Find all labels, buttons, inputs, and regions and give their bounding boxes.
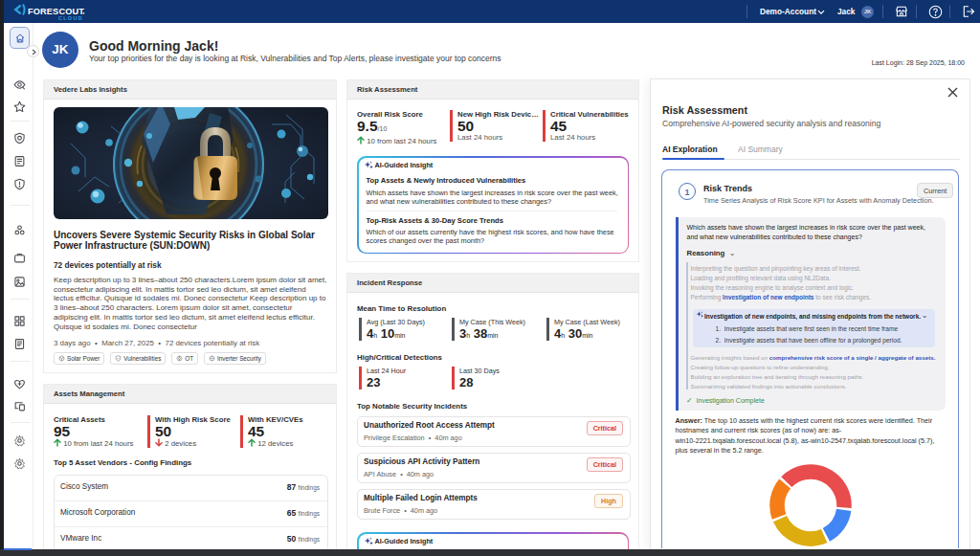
- svg-text:CLOUD: CLOUD: [58, 15, 83, 21]
